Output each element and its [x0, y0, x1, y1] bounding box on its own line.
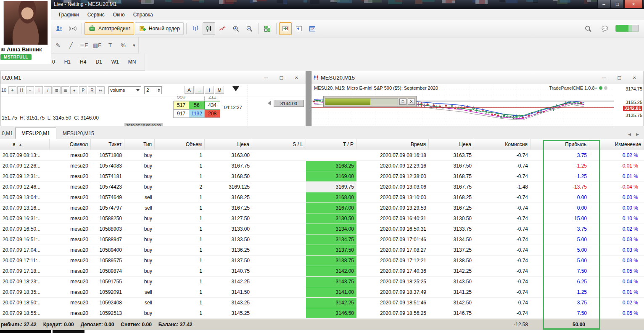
table-row[interactable]: 20.07.09 17:11:..mesu2010589575buy13137.…: [0, 256, 644, 266]
linechart-button[interactable]: [216, 22, 229, 35]
candles-button[interactable]: [203, 22, 215, 35]
panel-a-button[interactable]: A: [185, 86, 194, 94]
chart-window-m1-titlebar[interactable]: U20,M1 ─ □ ×: [0, 71, 306, 84]
dom-dropdown-icon[interactable]: [232, 86, 239, 91]
table-row[interactable]: 20.07.09 12:26:..mesu2010574083buy13167.…: [0, 161, 644, 171]
chart-tool-8[interactable]: P: [79, 86, 87, 94]
text-tool[interactable]: T: [104, 40, 116, 51]
bars-button[interactable]: [189, 22, 202, 35]
tab-scroll-right-icon[interactable]: ▶: [636, 132, 639, 136]
chart-tool-5[interactable]: ≣: [53, 86, 61, 94]
chart-tool-4[interactable]: /: [44, 86, 52, 94]
signals-button[interactable]: [66, 22, 79, 35]
chart-tool-6[interactable]: ▦: [61, 86, 69, 94]
window-maximize-button[interactable]: □: [611, 0, 624, 8]
table-row[interactable]: 20.07.09 18:35:..mesu2010592091sell13141…: [0, 287, 644, 298]
header-s-l[interactable]: S / L: [252, 139, 306, 150]
volume-select[interactable]: volume: [108, 86, 141, 94]
table-row[interactable]: 20.07.09 18:23:..mesu2010591755buy13142.…: [0, 277, 644, 287]
timeframe-mn[interactable]: MN: [125, 57, 140, 67]
header-item[interactable]: Время: [356, 139, 429, 150]
chart-tool-9[interactable]: R: [88, 86, 96, 94]
header-t-p[interactable]: T / P: [306, 139, 356, 150]
channel-tool[interactable]: ≣E: [78, 40, 90, 51]
ladder-cell[interactable]: 56: [189, 101, 205, 109]
new-chart-button[interactable]: [306, 22, 319, 35]
tab-mesu20-m15[interactable]: MESU20,M15: [56, 128, 100, 139]
percent-tool[interactable]: %: [117, 40, 129, 51]
depth-stepper[interactable]: 2: [144, 86, 162, 94]
chart-tool-7[interactable]: ●: [70, 86, 78, 94]
timeframe-h1[interactable]: H1: [61, 57, 74, 67]
table-row[interactable]: 20.07.09 13:04:..mesu2010574649sell13168…: [0, 192, 644, 203]
chart-close-button[interactable]: ×: [295, 75, 298, 81]
fibonacci-tool[interactable]: ▥F: [91, 40, 103, 51]
header-item[interactable]: Тикет: [91, 139, 124, 150]
chart-minimize-button[interactable]: ─: [264, 75, 268, 81]
accounts-button[interactable]: [53, 22, 66, 35]
tab-0-m1[interactable]: 0,M1: [0, 128, 15, 139]
table-row[interactable]: 20.07.09 17:18:..mesu2010589874buy13140.…: [0, 266, 644, 277]
header-item[interactable]: Цена: [205, 139, 252, 150]
table-row[interactable]: 20.07.09 12:31:..mesu2010574181buy13168.…: [0, 171, 644, 182]
timeframe-h4[interactable]: H4: [77, 57, 90, 67]
chart-close-button[interactable]: ×: [633, 75, 636, 81]
zoom-in-button[interactable]: [230, 22, 242, 35]
table-row[interactable]: 20.07.09 18:55:..mesu2010592513buy13145.…: [0, 308, 644, 319]
tab-mesu20-m1[interactable]: MESU20,M1: [15, 128, 56, 139]
ladder-cell[interactable]: 434: [204, 101, 220, 109]
progress-close-button[interactable]: X: [408, 99, 415, 105]
tile-windows-button[interactable]: [261, 22, 274, 35]
menu-window[interactable]: Окно: [109, 11, 129, 19]
chart-minimize-button[interactable]: ─: [602, 75, 606, 81]
header-time-open[interactable]: я▲: [0, 139, 50, 150]
window-minimize-button[interactable]: –: [597, 0, 610, 8]
timeframe-w1[interactable]: W1: [108, 57, 122, 67]
table-row[interactable]: 20.07.09 16:50:..mesu2010588903buy13133.…: [0, 224, 644, 234]
stepper-arrows[interactable]: [156, 88, 161, 92]
zoom-out-button[interactable]: [243, 22, 256, 35]
header-item[interactable]: Цена: [429, 139, 474, 150]
chart-tool-3[interactable]: I: [35, 86, 43, 94]
panel-arrow-button[interactable]: →: [195, 86, 204, 94]
algotrading-button[interactable]: Алготрейдинг: [84, 22, 134, 35]
table-row[interactable]: 20.07.09 12:46:..mesu2010574423buy23169.…: [0, 182, 644, 192]
ladder-cell[interactable]: 917: [173, 109, 189, 118]
chart-tool-0[interactable]: +: [8, 86, 16, 94]
trendline-tool[interactable]: ╱: [65, 40, 77, 51]
chart-tool-1[interactable]: H: [17, 86, 25, 94]
pencil-tool[interactable]: ✎: [52, 40, 64, 51]
table-row[interactable]: 20.07.09 16:51:..mesu2010588947buy13133.…: [0, 234, 644, 245]
panel-settings-icon[interactable]: [604, 86, 607, 90]
new-order-button[interactable]: Новый ордер: [135, 22, 184, 35]
table-row[interactable]: 20.07.09 16:31:..mesu2010588250buy13127.…: [0, 213, 644, 224]
table-row[interactable]: 20.07.09 17:04:..mesu2010589400buy13136.…: [0, 245, 644, 256]
header-item[interactable]: Тип: [124, 139, 155, 150]
window-close-button[interactable]: ×: [624, 0, 643, 8]
table-row[interactable]: 20.07.09 08:13:..mesu2010571808buy13163.…: [0, 150, 644, 161]
header-item[interactable]: Символ: [50, 139, 91, 150]
progress-restore-button[interactable]: □: [399, 99, 406, 105]
ladder-cell[interactable]: 208: [204, 109, 220, 118]
auto-scroll-button[interactable]: [279, 22, 292, 35]
header-item[interactable]: Изменение: [589, 139, 644, 150]
tab-scroll-left-icon[interactable]: ◀: [628, 132, 631, 136]
table-row[interactable]: 20.07.09 13:16:..mesu2010574797sell13167…: [0, 203, 644, 213]
table-row[interactable]: 20.07.09 18:50:..mesu2010592408sell13143…: [0, 298, 644, 308]
chart-maximize-button[interactable]: □: [280, 75, 283, 81]
tools-dropdown-icon[interactable]: ▼: [130, 40, 138, 51]
chat-button[interactable]: [599, 22, 611, 35]
ladder-cell[interactable]: 1132: [189, 109, 205, 118]
timeframe-d1[interactable]: D1: [92, 57, 105, 67]
search-button[interactable]: [582, 22, 594, 35]
header-item[interactable]: Прибыль: [531, 139, 589, 150]
ladder-cell[interactable]: 517: [173, 101, 189, 109]
chart-maximize-button[interactable]: □: [618, 75, 621, 81]
menu-service[interactable]: Сервис: [83, 11, 109, 19]
panel-m-button[interactable]: M: [215, 86, 224, 94]
menu-help[interactable]: Справка: [129, 11, 157, 19]
chart-tool-10[interactable]: ↦: [97, 86, 105, 94]
header-item[interactable]: Комиссия: [474, 139, 531, 150]
header-item[interactable]: Объем: [155, 139, 205, 150]
chart-window-m15-titlebar[interactable]: MESU20,M15 ─ □ ×: [311, 71, 644, 84]
